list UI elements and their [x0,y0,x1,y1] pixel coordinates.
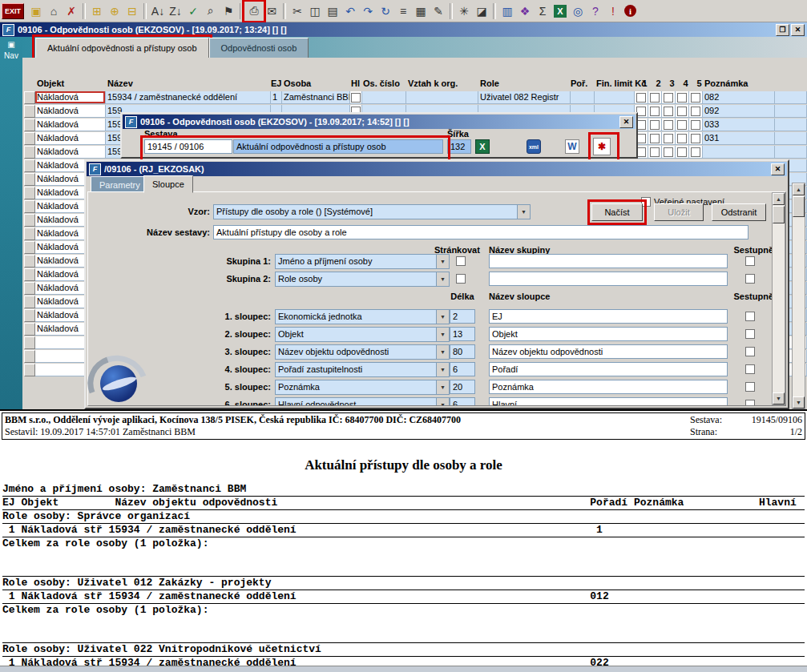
chevron-down-icon[interactable]: ▼ [436,272,449,286]
nazev-skupiny-field[interactable] [489,254,728,268]
add-folder-icon[interactable]: ⊕ [106,2,123,20]
nazev-sloupce-field[interactable]: Název objektu odpovědnosti [489,344,728,359]
sestupne-checkbox[interactable] [745,364,755,374]
cell-objekt[interactable]: Nákladová [35,132,106,145]
ulozit-button[interactable]: Uložit [654,203,704,221]
nazev-sloupce-field[interactable]: Objekt [489,327,728,341]
row-selector[interactable] [24,119,35,131]
cell-fin-limit[interactable] [595,91,635,104]
scroll-up-button[interactable]: ▲ [773,193,785,205]
chevron-down-icon[interactable]: ▼ [436,380,449,394]
row-selector[interactable] [24,241,35,254]
flag-5-checkbox[interactable] [691,107,700,116]
cell-flag-2[interactable] [648,146,662,159]
notes-icon[interactable]: ✎ [430,2,447,20]
grid-icon[interactable]: ▦ [412,2,430,20]
nazev-sloupce-field[interactable]: EJ [489,309,728,324]
sloupec-combo[interactable]: Hlavní odpovědnost ▼ [275,397,450,406]
cell-nazev[interactable]: 15934 / zaměstnanecké oddělení [106,91,271,104]
maximize-button[interactable]: ❐ [776,24,789,36]
excel-icon[interactable]: X [554,5,567,18]
sestava-dialog-titlebar[interactable]: F 09106 - Odpovědnosti osob (EKZOSOV) - … [123,115,636,129]
cut-icon[interactable]: ✂ [289,2,306,20]
flag-2-checkbox[interactable] [650,120,660,130]
flag-3-checkbox[interactable] [664,147,673,157]
row-selector[interactable] [24,323,35,336]
delka-field[interactable]: 6 [450,362,475,376]
chart-icon[interactable]: ▥ [498,2,516,20]
strankovat-checkbox[interactable] [456,274,466,284]
vzor-combo[interactable]: Přístupy dle osoby a role () [Systémové]… [213,204,531,219]
cell-flag-4[interactable] [676,132,689,145]
flag-4-checkbox[interactable] [677,147,687,157]
undo-icon[interactable]: ↶ [341,2,359,20]
delka-field[interactable]: 13 [450,327,475,341]
delka-field[interactable]: 6 [450,397,475,406]
help-icon[interactable]: ? [587,2,604,20]
exit-button[interactable]: EXIT [2,3,24,19]
sloupec-combo[interactable]: Pořadí zastupitelnosti ▼ [275,362,450,377]
row-selector[interactable] [24,132,35,145]
flag-4-checkbox[interactable] [677,120,687,130]
row-selector[interactable] [24,350,35,363]
flag-3-checkbox[interactable] [664,134,673,143]
globe-icon[interactable]: ◎ [569,2,587,20]
row-selector[interactable] [24,296,35,308]
cell-extra[interactable] [775,91,807,104]
separator[interactable] [143,3,147,19]
close-icon[interactable]: ✕ [619,116,633,128]
cell-flag-3[interactable] [662,91,676,104]
flag-2-checkbox[interactable] [650,134,660,143]
flag-1-checkbox[interactable] [636,93,646,103]
nazev-sloupce-field[interactable]: Pořadí [489,362,728,376]
cell-hl[interactable] [350,91,362,104]
flag-5-checkbox[interactable] [691,134,700,143]
cell-flag-5[interactable] [689,91,703,104]
row-selector[interactable] [24,187,35,199]
separator[interactable] [450,3,453,19]
cell-role[interactable]: Uživatel 082 Registr [478,91,571,104]
separator[interactable] [283,3,286,19]
copy-folder-icon[interactable]: ⊟ [123,2,141,20]
home-icon[interactable]: ⌂ [45,2,63,20]
cell-flag-4[interactable] [676,146,689,159]
cell-flag-5[interactable] [689,146,703,159]
separator[interactable] [493,3,496,19]
cell-poznamka[interactable]: 092 [703,105,775,118]
nacist-button[interactable]: Načíst [591,203,643,221]
cell-objekt[interactable]: Nákladová [35,91,106,104]
window-titlebar[interactable]: F 09106 - Odpovědnosti osob (EKZOSOV) - … [0,22,807,37]
nazev-sloupce-field[interactable]: Hlavní [489,397,728,406]
flag-5-checkbox[interactable] [691,120,700,130]
row-selector[interactable] [24,173,35,186]
cell-flag-4[interactable] [676,91,689,104]
cell-flag-2[interactable] [648,91,662,104]
scroll-up-button[interactable]: ▲ [793,183,805,195]
cell-flag-4[interactable] [676,119,689,131]
cell-poznamka[interactable] [703,146,775,159]
redo-icon[interactable]: ↷ [359,2,377,20]
sestupne-checkbox[interactable] [745,256,755,266]
cell-flag-3[interactable] [662,105,676,118]
cell-flag-3[interactable] [662,132,676,145]
row-selector[interactable] [24,146,35,159]
cell-extra[interactable] [775,132,807,145]
cell-flag-3[interactable] [662,119,676,131]
odstranit-button[interactable]: Odstranit [712,203,766,221]
sloupec-combo[interactable]: Ekonomická jednotka ▼ [275,309,450,324]
list-icon[interactable]: ≡ [394,2,412,20]
sestupne-checkbox[interactable] [745,382,755,392]
excel-export-icon[interactable]: X [475,139,490,154]
report-settings-titlebar[interactable]: F /09106 - (RJ_EKZOSAK) ✕ [87,162,787,176]
nazev-sestavy-field[interactable]: Aktuální přístupy dle osoby a role [213,225,748,239]
row-selector[interactable] [24,105,35,118]
palette-icon[interactable]: ❖ [516,2,534,20]
image-icon[interactable]: ◪ [473,2,490,20]
hl-checkbox[interactable] [351,93,361,103]
print-report-icon[interactable]: ⎙ [245,2,263,20]
sloupec-combo[interactable]: Objekt ▼ [275,327,450,342]
cell-flag-2[interactable] [648,105,662,118]
cell-os-cislo[interactable] [362,91,406,104]
cell-poznamka[interactable]: 082 [703,91,775,104]
flag-4-checkbox[interactable] [677,134,687,143]
